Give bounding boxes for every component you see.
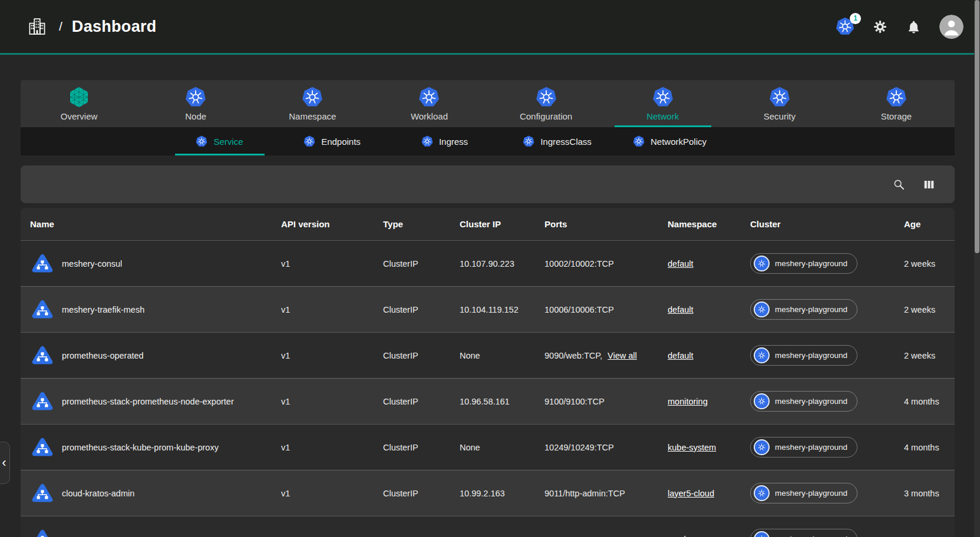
kubernetes-icon (633, 135, 645, 147)
ports-cell: 9100/9100:TCP (545, 397, 668, 406)
api-version-cell: v1 (281, 397, 383, 406)
service-name: meshery-consul (62, 259, 122, 268)
sub-tab-service[interactable]: Service (163, 127, 276, 155)
vertical-scrollbar (974, 0, 980, 537)
namespace-link[interactable]: default (668, 351, 694, 360)
kubernetes-icon (536, 87, 557, 108)
namespace-cell: monitoring (668, 397, 750, 406)
nav-tab-configuration[interactable]: Configuration (488, 80, 605, 127)
namespace-link[interactable]: default (668, 305, 694, 314)
kubernetes-context-icon[interactable]: 1 (836, 17, 854, 36)
service-icon (30, 482, 55, 505)
ports-cell: 10249/10249:TCP (545, 443, 668, 452)
nav-tab-label: Network (646, 111, 679, 121)
column-header: Cluster (750, 219, 904, 229)
cluster-chip[interactable]: meshery-playground (750, 391, 857, 412)
name-cell: meshery-traefik-mesh (30, 299, 281, 321)
bell-icon[interactable] (906, 19, 922, 35)
sub-tabs: Service Endpoints Ingress IngressClass N… (21, 127, 955, 155)
age-cell: 2 weeks (904, 351, 955, 360)
nav-tab-workload[interactable]: Workload (371, 80, 487, 127)
gear-icon[interactable] (872, 19, 888, 35)
cluster-chip[interactable]: meshery-playground (750, 483, 857, 503)
service-name: cloud-kratos-admin (62, 489, 134, 498)
namespace-cell: default (668, 351, 750, 360)
nav-tab-node[interactable]: Node (137, 80, 254, 127)
namespace-link[interactable]: meshery (668, 535, 701, 537)
kubernetes-icon (754, 347, 770, 363)
cluster-ip-cell: None (460, 351, 545, 360)
namespace-link[interactable]: kube-system (668, 443, 716, 452)
cluster-name: meshery-playground (775, 259, 847, 268)
ports-cell: 10006/10006:TCP (545, 305, 668, 314)
sub-tab-networkpolicy[interactable]: NetworkPolicy (613, 127, 726, 155)
column-header: API version (281, 219, 383, 229)
cluster-name: meshery-playground (775, 443, 847, 452)
primary-tabs: Overview Node Namespace Workload Configu… (21, 80, 955, 127)
cluster-chip[interactable]: meshery-playground (750, 345, 857, 366)
kubernetes-icon (754, 301, 770, 317)
cluster-chip[interactable]: meshery-playground (750, 299, 857, 320)
service-name: meshery-traefik-mesh (62, 305, 144, 314)
namespace-link[interactable]: default (668, 259, 694, 268)
ports-cell: 9011/http-admin:TCP (545, 489, 668, 498)
cluster-cell: meshery-playground (750, 483, 904, 503)
nav-tab-overview[interactable]: Overview (21, 80, 137, 127)
sub-tab-label: Ingress (439, 137, 468, 147)
cluster-cell: meshery-playground (750, 345, 904, 366)
cluster-chip[interactable]: meshery-playground (750, 437, 857, 458)
sub-tab-ingress[interactable]: Ingress (388, 127, 501, 155)
table-row[interactable]: cloud-kratos-admin v1 ClusterIP 10.99.2.… (21, 470, 955, 516)
table-row[interactable]: prometheus-operated v1 ClusterIP None 90… (21, 332, 955, 378)
view-columns-icon[interactable] (922, 178, 936, 191)
namespace-link[interactable]: monitoring (668, 397, 708, 406)
sub-tab-label: IngressClass (540, 137, 592, 147)
table-row[interactable]: prometheus-stack-prometheus-node-exporte… (21, 378, 955, 424)
kubernetes-icon (418, 87, 440, 108)
service-name: prometheus-operated (62, 351, 144, 360)
sub-tab-label: Service (213, 137, 243, 147)
table-row[interactable]: prometheus-stack-kube-prom-kube-proxy v1… (21, 424, 955, 470)
nav-tab-label: Node (185, 111, 206, 121)
sub-tab-label: NetworkPolicy (651, 137, 707, 147)
breadcrumb-separator: / (59, 19, 62, 34)
search-icon[interactable] (892, 178, 906, 191)
column-header: Ports (545, 219, 668, 229)
sub-tab-endpoints[interactable]: Endpoints (276, 127, 388, 155)
namespace-link[interactable]: layer5-cloud (668, 489, 714, 498)
cluster-ip-cell: 10.99.2.163 (460, 489, 545, 498)
cluster-chip[interactable]: meshery-playground (750, 529, 857, 537)
nav-tab-namespace[interactable]: Namespace (254, 80, 371, 127)
kubernetes-icon (754, 531, 770, 537)
nav-tab-security[interactable]: Security (721, 80, 838, 127)
avatar[interactable] (939, 15, 963, 39)
cluster-name: meshery-playground (775, 351, 847, 360)
type-cell: ClusterIP (383, 351, 460, 360)
scrollbar-thumb[interactable] (975, 0, 979, 253)
building-icon[interactable] (27, 16, 47, 37)
cluster-name: meshery-playground (775, 305, 847, 314)
column-header: Cluster IP (460, 219, 545, 229)
api-version-cell: v1 (281, 443, 383, 452)
nav-tab-storage[interactable]: Storage (838, 80, 955, 127)
table-row[interactable]: meshery-consul v1 ClusterIP 10.107.90.22… (21, 240, 955, 286)
view-all-link[interactable]: View all (608, 351, 637, 360)
kubernetes-icon (652, 87, 674, 108)
name-cell: meshery-consul (30, 253, 281, 275)
namespace-cell: layer5-cloud (668, 489, 750, 498)
table-row[interactable]: meshery meshery-playground (21, 516, 955, 537)
sub-tab-label: Endpoints (321, 137, 361, 147)
cluster-name: meshery-playground (775, 489, 847, 498)
kubernetes-icon (302, 87, 323, 108)
column-header: Namespace (668, 219, 750, 229)
column-header: Name (30, 219, 281, 229)
sidebar-expand-toggle[interactable]: ‹ (0, 442, 10, 484)
age-cell: 4 months (904, 443, 955, 452)
cluster-ip-cell: 10.104.119.152 (460, 305, 545, 314)
cluster-chip[interactable]: meshery-playground (750, 253, 857, 274)
sub-tab-ingressclass[interactable]: IngressClass (501, 127, 613, 155)
api-version-cell: v1 (281, 305, 383, 314)
table-row[interactable]: meshery-traefik-mesh v1 ClusterIP 10.104… (21, 286, 955, 332)
ports-value: 9100/9100:TCP (545, 397, 605, 406)
nav-tab-network[interactable]: Network (605, 80, 721, 127)
